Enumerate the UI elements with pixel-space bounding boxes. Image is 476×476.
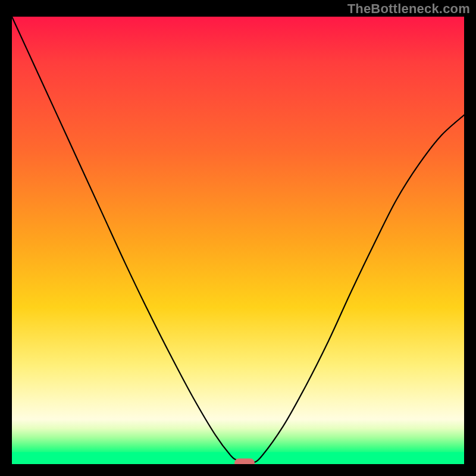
optimal-point-marker [234,458,255,464]
chart-frame: TheBottleneck.com [0,0,476,476]
bottleneck-curve [12,17,464,464]
plot-area [12,17,464,464]
watermark-text: TheBottleneck.com [347,1,470,17]
